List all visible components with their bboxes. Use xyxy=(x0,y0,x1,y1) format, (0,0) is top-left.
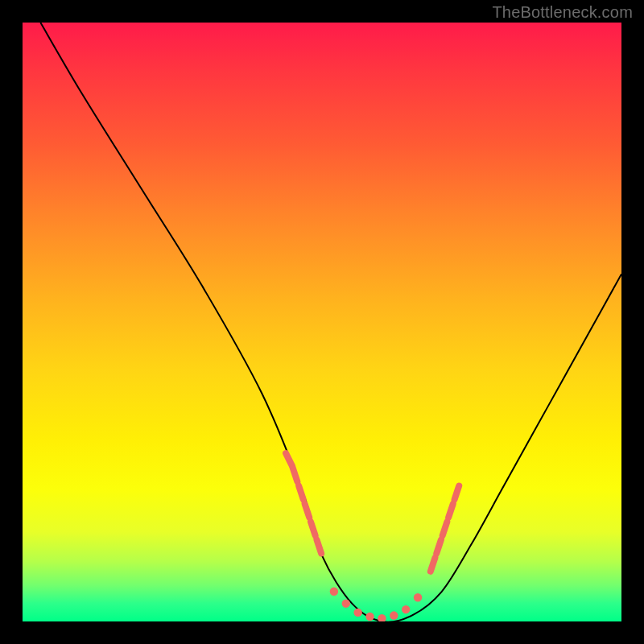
svg-point-12 xyxy=(342,599,350,607)
svg-point-18 xyxy=(414,593,422,601)
svg-point-13 xyxy=(353,609,361,617)
svg-line-0 xyxy=(286,453,292,466)
svg-line-1 xyxy=(293,468,298,481)
svg-line-6 xyxy=(431,558,436,572)
valley-markers xyxy=(286,453,459,621)
svg-point-17 xyxy=(402,605,410,613)
svg-line-7 xyxy=(436,540,441,554)
watermark: TheBottleneck.com xyxy=(492,3,633,22)
svg-point-11 xyxy=(330,588,338,596)
series-curve xyxy=(40,23,621,621)
svg-line-2 xyxy=(299,486,303,500)
svg-line-4 xyxy=(311,522,316,535)
svg-line-8 xyxy=(443,522,448,535)
line-chart xyxy=(23,23,621,621)
svg-line-10 xyxy=(455,486,460,500)
svg-line-5 xyxy=(316,540,321,554)
svg-point-15 xyxy=(378,614,386,621)
svg-point-16 xyxy=(390,611,398,619)
svg-line-9 xyxy=(448,504,453,518)
svg-point-14 xyxy=(365,613,374,621)
plot-area xyxy=(23,23,621,621)
svg-line-3 xyxy=(305,504,310,518)
